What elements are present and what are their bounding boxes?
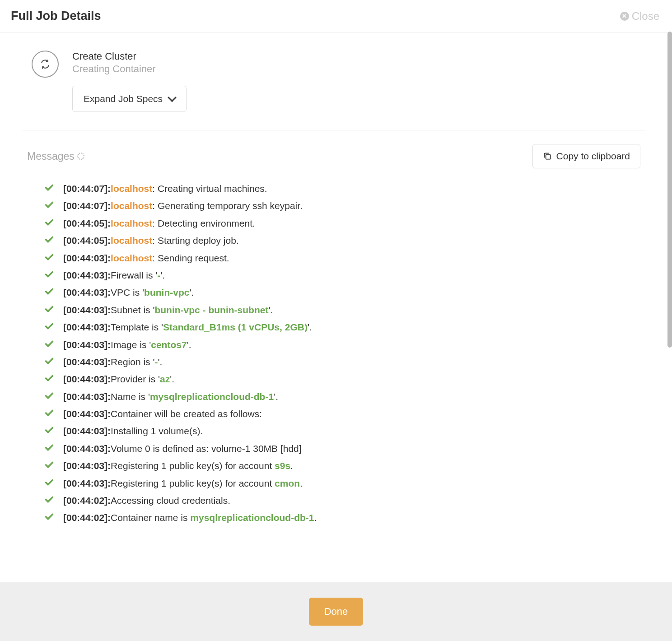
log-message: [00:44:03]:VPC is 'bunin-vpc'. xyxy=(63,286,194,299)
log-message: [00:44:03]:Installing 1 volume(s). xyxy=(63,424,203,437)
expand-label: Expand Job Specs xyxy=(84,93,163,104)
modal-footer: Done xyxy=(0,582,672,641)
copy-icon xyxy=(543,152,552,161)
log-host: localhost xyxy=(111,218,152,228)
log-message: [00:44:05]:localhost: Starting deploy jo… xyxy=(63,234,239,247)
log-text: Accessing cloud credentials. xyxy=(111,495,230,506)
expand-job-specs-button[interactable]: Expand Job Specs xyxy=(72,86,187,112)
job-header: Create Cluster Creating Container Expand… xyxy=(23,51,645,130)
log-row: [00:44:03]:Installing 1 volume(s). xyxy=(44,424,645,437)
log-timestamp: [00:44:03]: xyxy=(63,443,111,454)
log-row: [00:44:03]:Provider is 'az'. xyxy=(44,372,645,386)
log-text-pre: : xyxy=(152,200,158,211)
log-row: [00:44:03]:Registering 1 public key(s) f… xyxy=(44,459,645,472)
log-value: az xyxy=(160,374,170,384)
messages-label: Messages xyxy=(27,150,84,163)
log-timestamp: [00:44:05]: xyxy=(63,218,111,228)
messages-header: Messages Copy to clipboard xyxy=(23,144,645,168)
log-row: [00:44:03]:Registering 1 public key(s) f… xyxy=(44,477,645,490)
refresh-icon xyxy=(32,51,59,78)
log-text-pre: VPC is ' xyxy=(111,287,144,297)
close-button[interactable]: ✕ Close xyxy=(620,10,659,23)
log-text-pre: : xyxy=(152,218,158,228)
log-host: localhost xyxy=(111,253,152,263)
log-row: [00:44:03]:localhost: Sending request. xyxy=(44,251,645,265)
log-timestamp: [00:44:03]: xyxy=(63,460,111,471)
job-status: Creating Container xyxy=(72,63,187,75)
svg-rect-0 xyxy=(546,155,550,159)
log-text-post: '. xyxy=(308,322,312,332)
check-icon xyxy=(44,235,54,245)
check-icon xyxy=(44,287,54,297)
log-message: [00:44:03]:Region is '-'. xyxy=(63,355,162,368)
log-text-pre: : xyxy=(152,253,158,263)
log-value: centos7 xyxy=(151,339,187,350)
check-icon xyxy=(44,269,54,279)
check-icon xyxy=(44,512,54,522)
log-text-post: . xyxy=(314,512,317,523)
log-timestamp: [00:44:03]: xyxy=(63,339,111,350)
log-text-pre: Name is ' xyxy=(111,391,150,402)
log-message: [00:44:03]:Firewall is '-'. xyxy=(63,269,165,282)
log-timestamp: [00:44:03]: xyxy=(63,426,111,436)
check-icon xyxy=(44,321,54,331)
check-icon xyxy=(44,460,54,470)
log-value: s9s xyxy=(275,460,290,471)
log-text-pre: : xyxy=(152,183,158,194)
log-message: [00:44:03]:Registering 1 public key(s) f… xyxy=(63,459,293,472)
log-timestamp: [00:44:03]: xyxy=(63,253,111,263)
log-row: [00:44:03]:Name is 'mysqlreplicationclou… xyxy=(44,390,645,403)
check-icon xyxy=(44,356,54,366)
log-text: Volume 0 is defined as: volume-1 30MB [h… xyxy=(111,443,302,454)
scrollbar[interactable] xyxy=(667,32,672,348)
log-value: cmon xyxy=(275,478,300,488)
copy-to-clipboard-button[interactable]: Copy to clipboard xyxy=(532,144,640,168)
log-row: [00:44:03]:VPC is 'bunin-vpc'. xyxy=(44,286,645,299)
close-icon: ✕ xyxy=(620,12,629,21)
check-icon xyxy=(44,218,54,228)
log-value: bunin-vpc xyxy=(144,287,189,297)
check-icon xyxy=(44,304,54,314)
log-row: [00:44:05]:localhost: Starting deploy jo… xyxy=(44,234,645,247)
log-text: Creating virtual machines. xyxy=(158,183,267,194)
log-message: [00:44:03]:Image is 'centos7'. xyxy=(63,338,191,351)
close-label: Close xyxy=(632,10,659,23)
log-message: [00:44:03]:Subnet is 'bunin-vpc - bunin-… xyxy=(63,303,273,316)
log-timestamp: [00:44:03]: xyxy=(63,357,111,367)
log-text-post: '. xyxy=(170,374,174,384)
log-list: [00:44:07]:localhost: Creating virtual m… xyxy=(23,182,645,525)
modal-title: Full Job Details xyxy=(11,9,101,23)
check-icon xyxy=(44,425,54,435)
log-row: [00:44:03]:Template is 'Standard_B1ms (1… xyxy=(44,320,645,334)
job-name: Create Cluster xyxy=(72,51,187,62)
log-message: [00:44:03]:Name is 'mysqlreplicationclou… xyxy=(63,390,278,403)
log-value: bunin-vpc - bunin-subnet xyxy=(154,305,268,315)
log-value: mysqlreplicationcloud-db-1 xyxy=(190,512,314,523)
copy-label: Copy to clipboard xyxy=(556,151,630,162)
log-text-pre: Template is ' xyxy=(111,322,163,332)
log-row: [00:44:03]:Region is '-'. xyxy=(44,355,645,368)
log-timestamp: [00:44:03]: xyxy=(63,287,111,297)
log-row: [00:44:07]:localhost: Generating tempora… xyxy=(44,199,645,212)
done-button[interactable]: Done xyxy=(309,598,364,626)
log-timestamp: [00:44:03]: xyxy=(63,391,111,402)
log-message: [00:44:05]:localhost: Detecting environm… xyxy=(63,217,255,230)
modal-content: Create Cluster Creating Container Expand… xyxy=(0,33,672,582)
log-text: Detecting environment. xyxy=(158,218,255,228)
log-text-post: '. xyxy=(268,305,273,315)
log-timestamp: [00:44:03]: xyxy=(63,270,111,280)
log-timestamp: [00:44:07]: xyxy=(63,200,111,211)
job-details-modal: Full Job Details ✕ Close Create Cluster … xyxy=(0,0,672,641)
log-message: [00:44:07]:localhost: Generating tempora… xyxy=(63,199,303,212)
log-text-pre: Image is ' xyxy=(111,339,151,350)
check-icon xyxy=(44,443,54,453)
log-message: [00:44:03]:Registering 1 public key(s) f… xyxy=(63,477,303,490)
log-text-pre: Provider is ' xyxy=(111,374,160,384)
log-text-post: . xyxy=(290,460,293,471)
log-row: [00:44:03]:Firewall is '-'. xyxy=(44,269,645,282)
chevron-down-icon xyxy=(168,93,177,102)
log-timestamp: [00:44:03]: xyxy=(63,374,111,384)
log-text-pre: Container name is xyxy=(111,512,190,523)
log-message: [00:44:07]:localhost: Creating virtual m… xyxy=(63,182,267,195)
log-message: [00:44:03]:localhost: Sending request. xyxy=(63,251,229,265)
